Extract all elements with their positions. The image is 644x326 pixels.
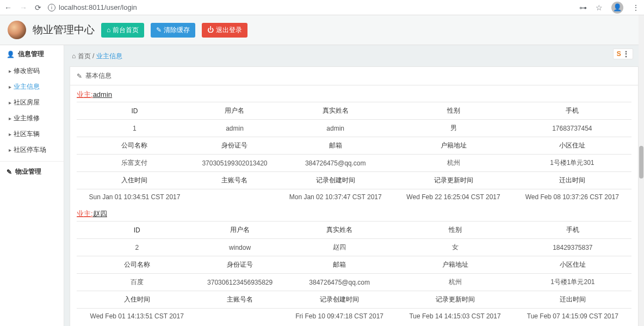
scrollbar[interactable] [639, 15, 644, 326]
breadcrumb-current: 业主信息 [96, 52, 122, 60]
table-row: 乐富支付370305199302013420384726475@qq.com杭州… [77, 155, 631, 172]
key-icon[interactable]: ⊶ [579, 3, 587, 12]
bookmark-icon[interactable]: ☆ [596, 3, 603, 12]
sidebar-group-property: ✎物业管理 [0, 161, 64, 181]
table-row: 公司名称身份证号邮箱户籍地址小区住址 [77, 137, 631, 155]
breadcrumb-home[interactable]: 首页 [78, 52, 91, 60]
edit-icon: ✎ [7, 168, 12, 176]
chevron-right-icon: ▸ [9, 147, 11, 153]
table-row: Sun Jan 01 10:34:51 CST 2017Mon Jan 02 1… [77, 189, 631, 205]
main-content: S ⋮ ⌂ 首页 / 业主信息 ✎基本信息 业主:admin ID用户名真实姓名… [64, 45, 644, 326]
breadcrumb: ⌂ 首页 / 业主信息 [70, 48, 639, 66]
browser-menu-icon[interactable]: ⋮ [632, 3, 640, 12]
clear-cache-button[interactable]: ✎清除缓存 [151, 23, 195, 38]
chevron-right-icon: ▸ [9, 84, 11, 90]
app-logo [8, 21, 26, 39]
scroll-thumb[interactable] [639, 146, 643, 179]
sidebar-item-housing[interactable]: ▸社区房屋 [0, 95, 64, 110]
badge-icon[interactable]: S ⋮ [613, 48, 633, 59]
table-row: ID用户名真实姓名性别手机 [77, 222, 631, 239]
panel-title: ✎基本信息 [70, 67, 638, 85]
chevron-right-icon: ▸ [9, 68, 11, 74]
sidebar-item-password[interactable]: ▸修改密码 [0, 63, 64, 79]
app-header: 物业管理中心 ⌂前台首页 ✎清除缓存 ⏻退出登录 [0, 15, 644, 45]
table-row: 入住时间主账号名记录创建时间记录更新时间迁出时间 [77, 172, 631, 189]
edit-icon: ✎ [77, 72, 82, 80]
info-panel: ✎基本信息 业主:admin ID用户名真实姓名性别手机 1adminadmin… [70, 66, 639, 326]
table-row: 2window赵四女18429375837 [77, 239, 631, 256]
chevron-right-icon: ▸ [9, 115, 11, 121]
reload-button[interactable]: ⟳ [35, 3, 41, 12]
address-bar[interactable]: i localhost:8011/user/login [48, 3, 573, 11]
app-title: 物业管理中心 [33, 23, 95, 37]
owner-table: ID用户名真实姓名性别手机 2window赵四女18429375837 公司名称… [77, 221, 631, 324]
user-icon: 👤 [7, 51, 15, 58]
table-row: 公司名称身份证号邮箱户籍地址小区住址 [77, 256, 631, 274]
owner-block: 业主:王五 ID用户名真实姓名性别手机 3Linux王五男18638217283… [70, 324, 638, 326]
owner-block: 业主:赵四 ID用户名真实姓名性别手机 2window赵四女1842937583… [70, 205, 638, 324]
sidebar-item-parking[interactable]: ▸社区停车场 [0, 142, 64, 158]
table-row: 1adminadmin男17683737454 [77, 120, 631, 137]
url-text: localhost:8011/user/login [59, 3, 137, 11]
brush-icon: ✎ [156, 26, 162, 34]
table-row: 入住时间主账号名记录创建时间记录更新时间迁出时间 [77, 291, 631, 309]
sidebar-item-vehicle[interactable]: ▸社区车辆 [0, 126, 64, 142]
profile-avatar[interactable]: 👤 [611, 2, 623, 14]
owner-block: 业主:admin ID用户名真实姓名性别手机 1adminadmin男17683… [70, 85, 638, 205]
home-icon: ⌂ [72, 52, 76, 60]
sidebar-group-info: 👤信息管理 [0, 45, 64, 63]
home-icon: ⌂ [107, 26, 110, 34]
site-info-icon[interactable]: i [48, 4, 55, 11]
logout-button[interactable]: ⏻退出登录 [202, 23, 247, 38]
table-row: 百度370306123456935829384726475@qq.com杭州1号… [77, 274, 631, 291]
browser-toolbar: ← → ⟳ i localhost:8011/user/login ⊶ ☆ 👤 … [0, 0, 644, 15]
table-row: ID用户名真实姓名性别手机 [77, 102, 631, 120]
owner-title: 业主:admin [77, 90, 631, 102]
power-icon: ⏻ [207, 26, 214, 34]
owner-title: 业主:赵四 [77, 209, 631, 221]
sidebar-item-owner-info[interactable]: ▸业主信息 [0, 79, 64, 95]
table-row: Wed Feb 01 14:13:51 CST 2017Fri Feb 10 0… [77, 309, 631, 324]
back-button[interactable]: ← [4, 3, 12, 12]
owner-table: ID用户名真实姓名性别手机 1adminadmin男17683737454 公司… [77, 102, 631, 205]
sidebar-item-repair[interactable]: ▸业主维修 [0, 110, 64, 126]
chevron-right-icon: ▸ [9, 131, 11, 137]
chevron-right-icon: ▸ [9, 100, 11, 106]
home-button[interactable]: ⌂前台首页 [101, 23, 144, 38]
forward-button[interactable]: → [20, 3, 27, 12]
sidebar: 👤信息管理 ▸修改密码 ▸业主信息 ▸社区房屋 ▸业主维修 ▸社区车辆 ▸社区停… [0, 45, 64, 326]
